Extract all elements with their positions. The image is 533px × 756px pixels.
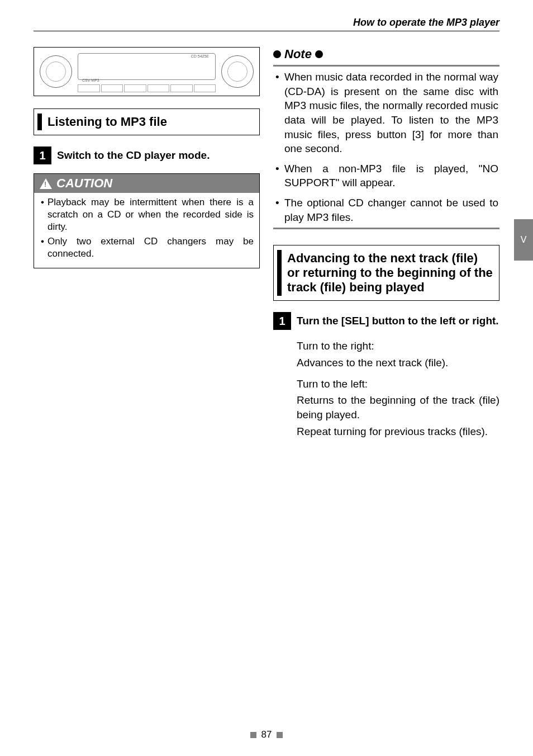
square-icon <box>250 732 256 738</box>
diagram-label: CSV MP3 <box>82 78 99 82</box>
caution-box: CAUTION Playback may be intermittent whe… <box>34 173 260 268</box>
note-item: The optional CD changer cannot be used t… <box>284 196 498 224</box>
diagram-label: CD 5425E <box>191 54 209 58</box>
caution-item: Only two external CD changers may be con… <box>47 235 254 260</box>
page-number: 87 <box>261 729 272 740</box>
caution-label: CAUTION <box>56 176 112 191</box>
step-detail: Turn to the right: Advances to the next … <box>297 339 499 438</box>
button-row-icon <box>78 84 216 92</box>
step-number-badge: 1 <box>34 147 51 164</box>
step-instruction: Switch to the CD player mode. <box>57 147 210 164</box>
caution-header: CAUTION <box>34 174 259 193</box>
product-diagram: CSV MP3 CD 5425E <box>34 47 260 96</box>
caution-item: Playback may be intermittent when there … <box>47 196 254 233</box>
section-title: Advancing to the next track (file) or re… <box>277 250 493 296</box>
page-footer: 87 <box>0 729 533 740</box>
left-column: CSV MP3 CD 5425E Listening to MP3 file 1… <box>34 47 260 441</box>
direction-label: Turn to the left: <box>297 377 499 391</box>
section-header: Advancing to the next track (file) or re… <box>273 245 499 301</box>
step-number-badge: 1 <box>273 312 291 330</box>
step: 1 Turn the [SEL] button to the left or r… <box>273 312 499 330</box>
bullet-icon <box>315 50 323 58</box>
note-item: When music data recorded in the normal w… <box>284 70 498 156</box>
step-instruction: Turn the [SEL] button to the left or rig… <box>297 312 499 330</box>
note-item: When a non-MP3 file is played, "NO SUPPO… <box>284 162 498 190</box>
chapter-tab: V <box>514 219 533 261</box>
direction-label: Turn to the right: <box>297 339 499 353</box>
right-dial-icon <box>221 55 254 88</box>
direction-desc: Advances to the next track (file). <box>297 356 499 370</box>
direction-desc: Repeat turning for previous tracks (file… <box>297 424 499 439</box>
note-label: Note <box>284 47 312 62</box>
direction-desc: Returns to the beginning of the track (f… <box>297 393 499 422</box>
page-header: How to operate the MP3 player <box>34 17 499 31</box>
square-icon <box>277 732 283 738</box>
step: 1 Switch to the CD player mode. <box>34 147 260 164</box>
note-header: Note <box>273 47 499 62</box>
warning-triangle-icon <box>40 178 52 189</box>
section-title: Listening to MP3 file <box>37 114 254 130</box>
right-column: Note When music data recorded in the nor… <box>273 47 499 441</box>
bullet-icon <box>273 50 281 58</box>
section-header: Listening to MP3 file <box>34 108 260 135</box>
caution-body: Playback may be intermittent when there … <box>34 193 259 268</box>
left-dial-icon <box>40 55 72 88</box>
note-box: When music data recorded in the normal w… <box>273 65 499 229</box>
